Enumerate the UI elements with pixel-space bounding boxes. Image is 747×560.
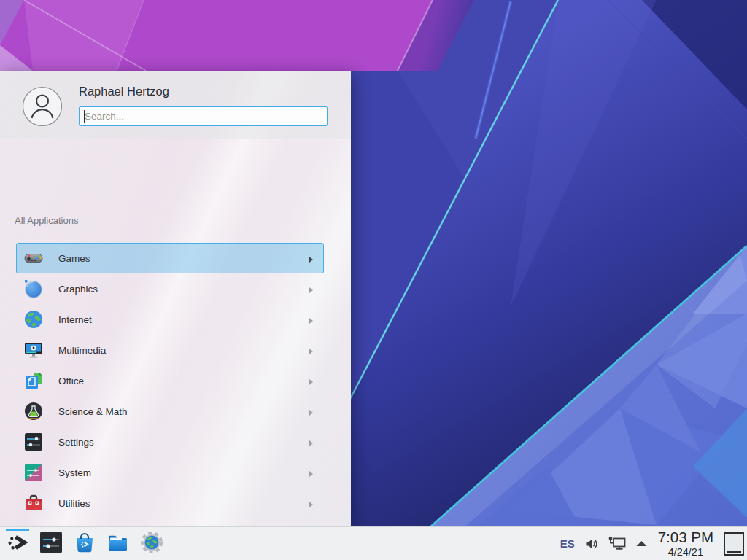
- category-graphics[interactable]: Graphics: [16, 273, 324, 304]
- desktop: Raphael Hertzog All Applications GamesGr…: [0, 0, 747, 560]
- system-settings-button[interactable]: [39, 527, 63, 560]
- category-label: Office: [58, 376, 84, 386]
- category-label: Utilities: [58, 498, 90, 509]
- clock-time: 7:03 PM: [658, 530, 713, 545]
- system-tray: ES 7:03 PM 4/24/21: [560, 530, 747, 558]
- submenu-arrow-icon: [307, 499, 314, 508]
- gamepad-icon: [23, 248, 44, 268]
- category-label: Settings: [58, 437, 94, 448]
- user-name: Raphael Hertzog: [79, 85, 169, 98]
- app-launcher-button[interactable]: [6, 527, 29, 560]
- submenu-arrow-icon: [307, 407, 314, 416]
- show-desktop-button[interactable]: [724, 532, 744, 556]
- volume-icon[interactable]: [584, 537, 599, 551]
- category-label: Games: [58, 253, 90, 264]
- app-launcher-menu: Raphael Hertzog All Applications GamesGr…: [0, 71, 351, 526]
- discover-button[interactable]: [73, 527, 96, 560]
- submenu-arrow-icon: [307, 468, 314, 477]
- active-task-indicator: [6, 529, 29, 531]
- category-label: Internet: [58, 314, 92, 325]
- category-system[interactable]: System: [16, 457, 324, 488]
- network-icon[interactable]: [608, 536, 627, 552]
- category-utilities[interactable]: Utilities: [16, 488, 324, 518]
- file-manager-button[interactable]: [107, 527, 130, 560]
- caret-up-icon[interactable]: [635, 540, 648, 547]
- discover-icon: [73, 531, 96, 557]
- menu-header: Raphael Hertzog: [0, 71, 351, 139]
- keyboard-layout-indicator[interactable]: ES: [560, 537, 575, 550]
- category-label: Graphics: [58, 284, 98, 295]
- kickoff-icon: [6, 531, 29, 557]
- settings-icon: [23, 432, 44, 452]
- category-games[interactable]: Games: [16, 243, 324, 273]
- office-icon: [23, 370, 44, 391]
- category-label: System: [58, 467, 91, 478]
- submenu-arrow-icon: [307, 254, 314, 262]
- submenu-arrow-icon: [307, 376, 314, 385]
- category-internet[interactable]: Internet: [16, 304, 324, 335]
- multimedia-icon: [23, 340, 44, 360]
- category-science-math[interactable]: Science & Math: [16, 396, 324, 427]
- category-label: Science & Math: [58, 406, 128, 417]
- submenu-arrow-icon: [307, 284, 314, 293]
- category-multimedia[interactable]: Multimedia: [16, 335, 324, 365]
- science-icon: [23, 401, 44, 421]
- section-label: All Applications: [15, 215, 365, 226]
- category-label: Multimedia: [58, 345, 106, 356]
- category-settings[interactable]: Settings: [16, 427, 324, 457]
- system-icon: [23, 462, 44, 483]
- system-settings-icon: [39, 531, 63, 557]
- globe-icon: [23, 309, 44, 330]
- search-input[interactable]: [79, 106, 328, 126]
- browser-globe-icon: [140, 531, 163, 557]
- utilities-icon: [23, 493, 44, 513]
- browser-button[interactable]: [140, 527, 163, 560]
- submenu-arrow-icon: [307, 438, 314, 446]
- category-office[interactable]: Office: [16, 365, 324, 396]
- category-list: GamesGraphicsInternetMultimediaOfficeSci…: [0, 243, 351, 539]
- digital-clock[interactable]: 7:03 PM 4/24/21: [658, 530, 713, 558]
- text-caret: [84, 110, 85, 122]
- submenu-arrow-icon: [307, 315, 314, 324]
- folder-icon: [107, 531, 130, 557]
- user-avatar-icon[interactable]: [22, 86, 63, 127]
- graphics-icon: [23, 279, 44, 299]
- clock-date: 4/24/21: [658, 547, 713, 558]
- submenu-arrow-icon: [307, 346, 314, 354]
- taskbar: ES 7:03 PM 4/24/21: [0, 526, 747, 560]
